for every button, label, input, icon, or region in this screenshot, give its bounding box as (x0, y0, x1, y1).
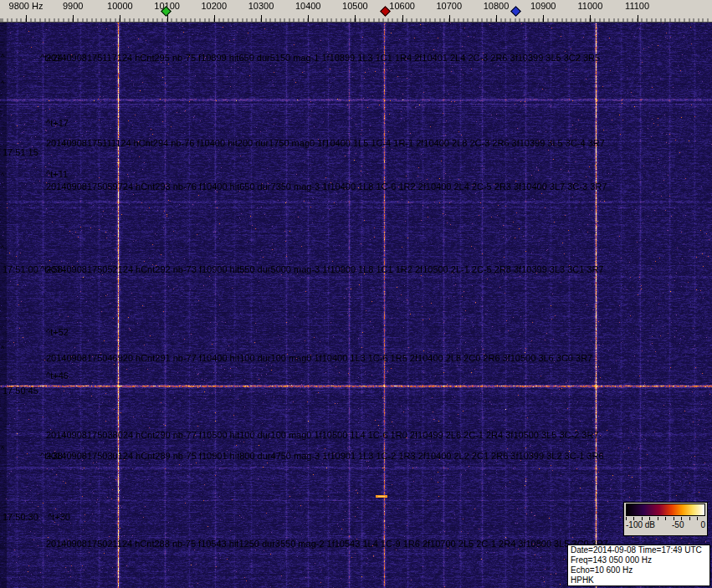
freq-marker-blue-icon[interactable] (510, 6, 521, 17)
legend-min-label: -100 dB (626, 520, 655, 530)
freq-tick-label: 10300 (248, 1, 274, 12)
major-tick (73, 15, 74, 22)
spectrogram-canvas (0, 23, 712, 588)
major-tick (120, 15, 120, 22)
info-line: Date=2014-09-08 Time=17:49 UTC (571, 545, 707, 555)
legend-mid-label: -50 (672, 520, 684, 530)
db-color-legend: -100 dB -50 0 (623, 502, 708, 536)
major-tick (402, 15, 403, 22)
major-tick (543, 15, 544, 22)
minor-tick-strip (0, 18, 712, 22)
freq-tick-label: 9900 (63, 1, 83, 12)
major-tick (590, 15, 591, 22)
freq-tick-label: 9800 Hz (9, 1, 44, 12)
major-tick (638, 15, 638, 22)
legend-max-label: 0 (700, 520, 705, 530)
major-tick (449, 15, 450, 22)
freq-tick-label: 10500 (342, 1, 368, 12)
major-tick (261, 15, 262, 22)
freq-tick-label: 11100 (625, 1, 649, 12)
info-line: Freq=143 050 000 Hz (571, 555, 707, 565)
freq-tick-label: 10200 (202, 1, 228, 12)
major-tick (308, 15, 309, 22)
color-gradient-bar (626, 504, 705, 516)
major-tick (496, 15, 497, 22)
major-tick (214, 15, 215, 22)
legend-labels: -100 dB -50 0 (626, 520, 705, 530)
freq-tick-label: 10400 (295, 1, 321, 12)
freq-tick-label: 10900 (530, 1, 556, 12)
major-tick (355, 15, 356, 22)
info-line: Echo=10 600 Hz (571, 565, 707, 575)
freq-tick-label: 10700 (437, 1, 463, 12)
info-line: HPHK (571, 575, 707, 585)
major-tick (167, 15, 168, 22)
freq-tick-label: 10800 (484, 1, 510, 12)
frequency-scale: 9800 Hz990010000101001020010300104001050… (0, 0, 712, 23)
freq-tick-label: 10000 (107, 1, 133, 12)
freq-tick-label: 10600 (389, 1, 415, 12)
spectrogram-app: 9800 Hz990010000101001020010300104001050… (0, 0, 712, 588)
station-info-box: Date=2014-09-08 Time=17:49 UTCFreq=143 0… (567, 545, 710, 586)
major-tick (26, 15, 27, 22)
freq-tick-label: 11000 (578, 1, 603, 12)
